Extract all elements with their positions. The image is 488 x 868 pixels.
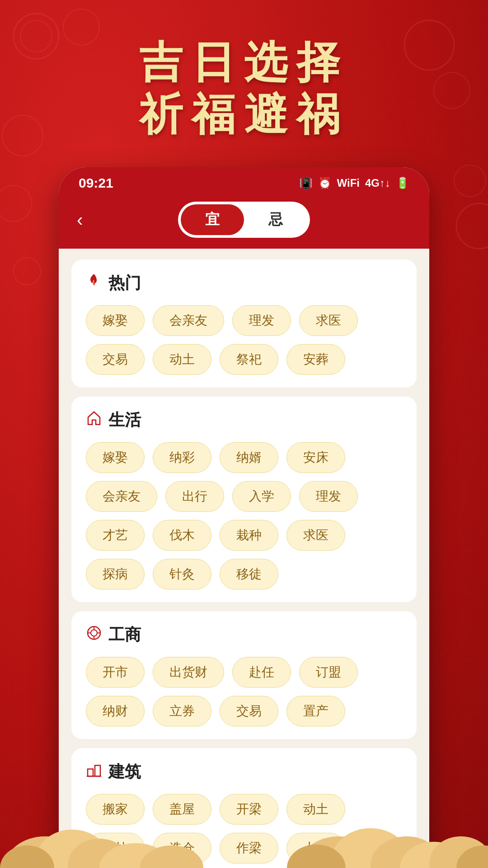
tag-jisi[interactable]: 祭祀 bbox=[220, 344, 278, 375]
tag-life-jiaju[interactable]: 嫁娶 bbox=[86, 442, 145, 473]
section-business-header: 工商 bbox=[86, 624, 402, 646]
tag-dingmeng[interactable]: 订盟 bbox=[299, 657, 358, 688]
tag-shangliang[interactable]: 上梁 bbox=[286, 833, 345, 863]
tag-life-qiuyi[interactable]: 求医 bbox=[286, 520, 345, 551]
section-hot-header: 热门 bbox=[86, 272, 402, 294]
section-life: 生活 嫁娶 纳彩 纳婿 安床 会亲友 出行 入学 理发 才艺 伐木 栽种 求医 … bbox=[71, 396, 417, 602]
home-icon bbox=[86, 410, 102, 430]
tag-chuhucai[interactable]: 出货财 bbox=[153, 657, 224, 688]
alarm-icon: ⏰ bbox=[318, 177, 332, 189]
tag-life-huiqinyou[interactable]: 会亲友 bbox=[86, 481, 157, 512]
status-time: 09:21 bbox=[79, 175, 113, 191]
tag-const-dongtu[interactable]: 动土 bbox=[286, 794, 345, 825]
tag-anzang[interactable]: 安葬 bbox=[286, 344, 345, 375]
toggle-ji-button[interactable]: 忌 bbox=[244, 204, 307, 235]
section-business-title: 工商 bbox=[108, 624, 141, 646]
tag-nacai2[interactable]: 纳财 bbox=[86, 696, 145, 726]
section-construction-title: 建筑 bbox=[108, 761, 141, 783]
tag-kaishi[interactable]: 开市 bbox=[86, 657, 145, 688]
tag-jiaju[interactable]: 嫁娶 bbox=[86, 305, 145, 336]
section-hot-title: 热门 bbox=[108, 272, 141, 294]
title-line1: 吉日选择 bbox=[0, 36, 488, 88]
toggle-group: 宜 忌 bbox=[178, 202, 310, 238]
tag-famu[interactable]: 伐木 bbox=[153, 520, 211, 551]
wifi-icon: WiFi bbox=[337, 177, 360, 189]
tag-banjia[interactable]: 搬家 bbox=[86, 794, 145, 825]
section-business: 工商 开市 出货财 赴任 订盟 纳财 立券 交易 置产 bbox=[71, 611, 417, 739]
tag-jiaoyi[interactable]: 交易 bbox=[86, 344, 145, 375]
tag-ruxue[interactable]: 入学 bbox=[232, 481, 291, 512]
tag-anchuang[interactable]: 安床 bbox=[286, 442, 345, 473]
content-area: 热门 嫁娶 会亲友 理发 求医 交易 动土 祭祀 安葬 生活 bbox=[59, 249, 429, 868]
tag-bus-jiaoyi[interactable]: 交易 bbox=[220, 696, 278, 726]
tag-gaiwu[interactable]: 盖屋 bbox=[153, 794, 211, 825]
phone-frame: 09:21 📳 ⏰ WiFi 4G↑↓ 🔋 ‹ 宜 忌 bbox=[59, 167, 429, 868]
tag-buren[interactable]: 赴任 bbox=[232, 657, 291, 688]
title-line2: 祈福避祸 bbox=[0, 88, 488, 140]
diamond-icon bbox=[86, 625, 102, 645]
tag-tanbing[interactable]: 探病 bbox=[86, 559, 145, 590]
svg-rect-16 bbox=[88, 769, 93, 776]
tag-nacai[interactable]: 纳彩 bbox=[153, 442, 211, 473]
section-life-title: 生活 bbox=[108, 409, 141, 431]
construction-tags-grid: 搬家 盖屋 开梁 动土 作灶 造仓 作梁 上梁 掘井 bbox=[86, 794, 402, 868]
svg-rect-17 bbox=[95, 765, 100, 776]
hot-tags-grid: 嫁娶 会亲友 理发 求医 交易 动土 祭祀 安葬 bbox=[86, 305, 402, 375]
tag-zuoliang[interactable]: 作梁 bbox=[220, 833, 278, 863]
tag-chuxing[interactable]: 出行 bbox=[165, 481, 224, 512]
tag-zaocang[interactable]: 造仓 bbox=[153, 833, 211, 863]
tag-qiuyi[interactable]: 求医 bbox=[299, 305, 358, 336]
tag-liquan[interactable]: 立券 bbox=[153, 696, 211, 726]
building-icon bbox=[86, 762, 102, 782]
back-button[interactable]: ‹ bbox=[77, 211, 83, 229]
section-construction-header: 建筑 bbox=[86, 761, 402, 783]
tag-zuozao[interactable]: 作灶 bbox=[86, 833, 145, 863]
business-tags-grid: 开市 出货财 赴任 订盟 纳财 立券 交易 置产 bbox=[86, 657, 402, 726]
vibrate-icon: 📳 bbox=[299, 177, 313, 189]
svg-point-11 bbox=[91, 630, 97, 636]
nav-bar: ‹ 宜 忌 bbox=[59, 195, 429, 249]
flame-icon bbox=[86, 273, 102, 293]
tag-kailiang[interactable]: 开梁 bbox=[220, 794, 278, 825]
tag-naxu[interactable]: 纳婿 bbox=[220, 442, 278, 473]
tag-lifa[interactable]: 理发 bbox=[232, 305, 291, 336]
tag-dongtu[interactable]: 动土 bbox=[153, 344, 211, 375]
life-tags-grid: 嫁娶 纳彩 纳婿 安床 会亲友 出行 入学 理发 才艺 伐木 栽种 求医 探病 … bbox=[86, 442, 402, 590]
section-construction: 建筑 搬家 盖屋 开梁 动土 作灶 造仓 作梁 上梁 掘井 bbox=[71, 748, 417, 868]
tag-life-lifa[interactable]: 理发 bbox=[299, 481, 358, 512]
tag-yitu[interactable]: 移徒 bbox=[220, 559, 278, 590]
signal-icon: 4G↑↓ bbox=[365, 177, 390, 189]
section-life-header: 生活 bbox=[86, 409, 402, 431]
tag-huiqinyou[interactable]: 会亲友 bbox=[153, 305, 224, 336]
toggle-yi-button[interactable]: 宜 bbox=[181, 204, 244, 235]
battery-icon: 🔋 bbox=[396, 177, 409, 189]
tag-zhaizhong[interactable]: 栽种 bbox=[220, 520, 278, 551]
tag-zhichan[interactable]: 置产 bbox=[286, 696, 345, 726]
status-bar: 09:21 📳 ⏰ WiFi 4G↑↓ 🔋 bbox=[59, 167, 429, 195]
tag-zhenjiu[interactable]: 针灸 bbox=[153, 559, 211, 590]
section-hot: 热门 嫁娶 会亲友 理发 求医 交易 动土 祭祀 安葬 bbox=[71, 259, 417, 387]
tag-caiyi[interactable]: 才艺 bbox=[86, 520, 145, 551]
status-icons: 📳 ⏰ WiFi 4G↑↓ 🔋 bbox=[299, 177, 409, 189]
title-area: 吉日选择 祈福避祸 bbox=[0, 0, 488, 167]
